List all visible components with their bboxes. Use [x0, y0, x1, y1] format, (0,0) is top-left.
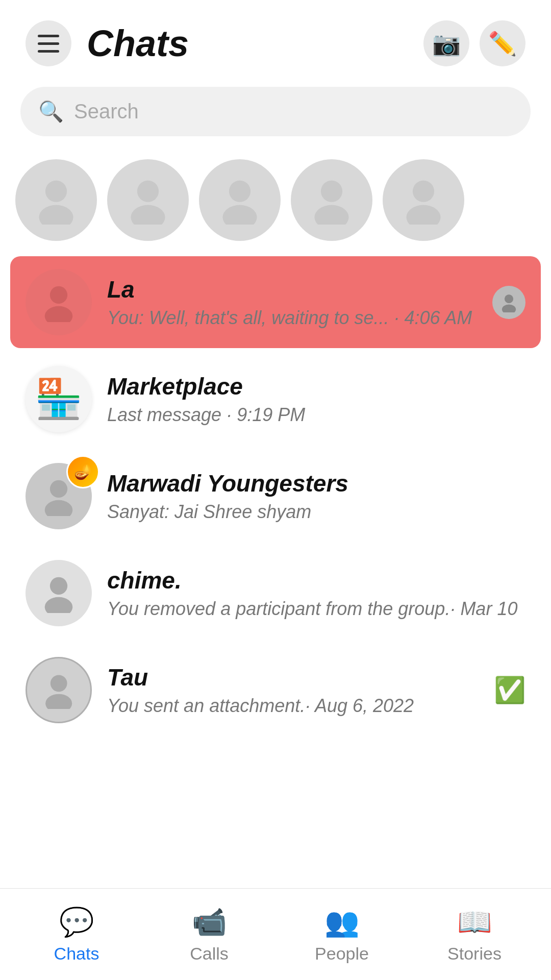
chat-avatar-tau-wrap [26, 657, 92, 723]
svg-point-14 [50, 480, 67, 498]
chat-info-marketplace: Marketplace Last message · 9:19 PM [107, 373, 525, 426]
person-silhouette-5 [399, 176, 448, 225]
edit-icon: ✏️ [488, 30, 517, 57]
la-meta-silhouette [499, 292, 519, 312]
svg-point-16 [50, 577, 67, 595]
search-placeholder: Search [74, 100, 139, 123]
bottom-nav: 💬 Chats 📹 Calls 👥 People 📖 Stories [0, 888, 551, 980]
chat-name-tau: Tau [107, 664, 486, 691]
search-container: 🔍 Search [20, 87, 531, 136]
story-avatar-1[interactable] [15, 159, 97, 241]
chat-name-marketplace: Marketplace [107, 373, 525, 400]
chat-preview-chime: You removed a participant from the group… [107, 598, 525, 620]
svg-point-9 [406, 205, 440, 225]
camera-button[interactable]: 📷 [423, 20, 469, 66]
chats-nav-icon: 💬 [59, 905, 94, 939]
header-right: 📷 ✏️ [423, 20, 525, 66]
la-meta-avatar [492, 286, 525, 319]
chats-nav-label: Chats [54, 944, 99, 964]
menu-button[interactable] [26, 20, 71, 66]
chat-avatar-la [26, 269, 92, 335]
svg-point-7 [314, 205, 348, 225]
calls-nav-icon: 📹 [192, 905, 227, 939]
svg-point-12 [505, 294, 513, 303]
tau-silhouette [40, 671, 78, 709]
hamburger-icon [38, 35, 59, 53]
story-avatar-3[interactable] [199, 159, 281, 241]
svg-point-5 [222, 205, 257, 225]
chat-name-la: La [107, 276, 485, 303]
calls-nav-label: Calls [190, 944, 229, 964]
svg-point-3 [131, 205, 165, 225]
chat-item-marketplace[interactable]: 🏪 Marketplace Last message · 9:19 PM [10, 353, 541, 445]
chat-avatar-marwadi-wrap: 🪔 [26, 463, 92, 529]
marwadi-overlay-img: 🪔 [66, 455, 99, 488]
camera-icon: 📷 [432, 30, 461, 57]
stories-nav-label: Stories [447, 944, 502, 964]
chat-preview-marwadi: Sanyat: Jai Shree shyam [107, 501, 525, 523]
svg-point-2 [137, 181, 159, 202]
chat-avatar-marketplace: 🏪 [26, 366, 92, 432]
chat-avatar-chime [26, 560, 92, 626]
stories-nav-icon: 📖 [457, 905, 492, 939]
check-circle-icon: ✅ [494, 675, 525, 705]
chat-info-marwadi: Marwadi Youngesters Sanyat: Jai Shree sh… [107, 470, 525, 523]
svg-point-6 [321, 181, 342, 202]
page-title: Chats [87, 22, 189, 64]
chat-item-chime[interactable]: chime. You removed a participant from th… [10, 547, 541, 639]
svg-point-10 [50, 286, 67, 304]
svg-point-11 [45, 306, 73, 322]
people-nav-label: People [315, 944, 369, 964]
story-avatar-5[interactable] [383, 159, 464, 241]
nav-item-chats[interactable]: 💬 Chats [10, 905, 143, 964]
svg-point-18 [51, 675, 67, 692]
chat-name-marwadi: Marwadi Youngesters [107, 470, 525, 497]
svg-point-8 [413, 181, 434, 202]
story-avatar-4[interactable] [291, 159, 372, 241]
avatar-silhouette-la [39, 282, 79, 322]
chat-preview-la: You: Well, that's all, waiting to se... … [107, 307, 485, 329]
chat-preview-tau: You sent an attachment.· Aug 6, 2022 [107, 695, 486, 717]
marketplace-icon: 🏪 [35, 377, 83, 422]
svg-point-1 [39, 205, 73, 225]
edit-button[interactable]: ✏️ [480, 20, 525, 66]
chat-item-la[interactable]: La You: Well, that's all, waiting to se.… [10, 256, 541, 348]
chat-info-la: La You: Well, that's all, waiting to se.… [107, 276, 485, 329]
chat-info-chime: chime. You removed a participant from th… [107, 567, 525, 620]
header: Chats 📷 ✏️ [0, 0, 551, 82]
chat-meta-la [492, 286, 525, 319]
chat-preview-marketplace: Last message · 9:19 PM [107, 404, 525, 426]
person-silhouette-2 [123, 176, 172, 225]
svg-point-0 [45, 181, 67, 202]
svg-point-13 [502, 304, 516, 312]
nav-item-people[interactable]: 👥 People [276, 905, 408, 964]
search-icon: 🔍 [38, 100, 64, 124]
person-silhouette-4 [307, 176, 356, 225]
story-avatar-2[interactable] [107, 159, 189, 241]
person-silhouette-3 [215, 176, 264, 225]
chat-item-tau[interactable]: Tau You sent an attachment.· Aug 6, 2022… [10, 644, 541, 736]
tau-avatar [26, 657, 92, 723]
chat-list: La You: Well, that's all, waiting to se.… [0, 256, 551, 736]
svg-point-15 [45, 500, 73, 516]
nav-item-stories[interactable]: 📖 Stories [408, 905, 541, 964]
chat-name-chime: chime. [107, 567, 525, 594]
chime-silhouette [39, 573, 79, 613]
chat-item-marwadi[interactable]: 🪔 Marwadi Youngesters Sanyat: Jai Shree … [10, 450, 541, 542]
svg-point-19 [45, 694, 72, 709]
header-left: Chats [26, 20, 189, 66]
chat-info-tau: Tau You sent an attachment.· Aug 6, 2022 [107, 664, 486, 717]
people-nav-icon: 👥 [324, 905, 360, 939]
nav-item-calls[interactable]: 📹 Calls [143, 905, 276, 964]
chat-meta-tau: ✅ [494, 675, 525, 705]
svg-point-17 [45, 597, 73, 613]
stories-row [0, 152, 551, 256]
svg-point-4 [229, 181, 251, 202]
person-silhouette-1 [32, 176, 81, 225]
search-bar[interactable]: 🔍 Search [20, 87, 531, 136]
